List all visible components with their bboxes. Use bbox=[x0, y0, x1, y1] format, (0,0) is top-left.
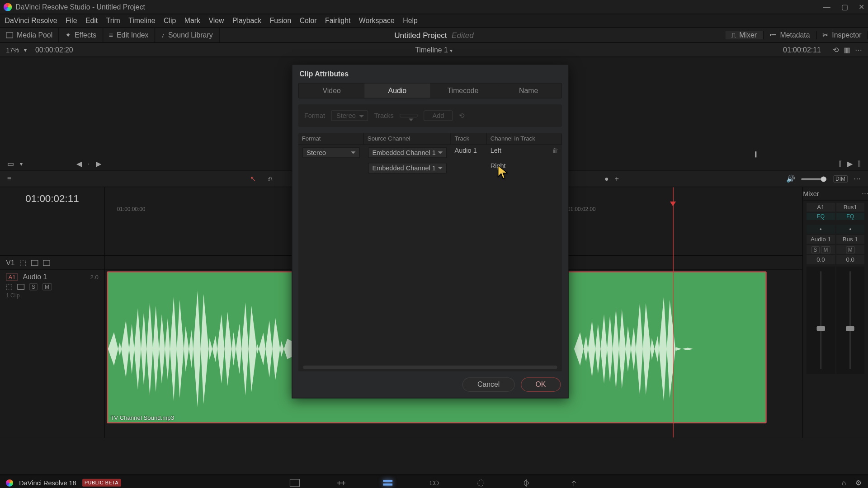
lock-icon[interactable]: ⬚ bbox=[6, 282, 13, 291]
options-icon[interactable]: ⋯ bbox=[854, 175, 861, 183]
menu-item[interactable]: Help bbox=[403, 17, 418, 25]
view-mode-icon[interactable]: ▭ bbox=[7, 160, 14, 168]
layout-icon[interactable]: ▥ bbox=[844, 46, 850, 54]
chevron-down-icon[interactable]: ▾ bbox=[24, 47, 27, 53]
menu-item[interactable]: View bbox=[208, 17, 224, 25]
chevron-down-icon[interactable]: ▾ bbox=[20, 161, 23, 167]
playhead[interactable] bbox=[673, 187, 674, 437]
tab-video[interactable]: Video bbox=[299, 84, 364, 98]
speaker-icon[interactable]: 🔊 bbox=[786, 175, 795, 183]
zoom-dot-icon[interactable]: ● bbox=[604, 175, 609, 183]
edit-index-icon: ≡ bbox=[109, 31, 113, 39]
mute-button[interactable]: M bbox=[42, 283, 52, 291]
mixer-panel: Mixer⋯ A1Bus1 EQEQ •• Audio 1Bus 1 S M M… bbox=[802, 187, 868, 437]
arrow-tool-icon[interactable]: ↖ bbox=[250, 175, 256, 183]
mark-in-icon[interactable]: ⟦ bbox=[839, 160, 842, 168]
zoom-level[interactable]: 17% bbox=[6, 46, 19, 53]
deliver-page-icon[interactable] bbox=[568, 479, 579, 487]
fusion-page-icon[interactable] bbox=[429, 479, 439, 487]
ok-button[interactable]: OK bbox=[521, 377, 561, 392]
home-icon[interactable]: ⌂ bbox=[842, 479, 846, 487]
timeline-name[interactable]: Timeline 1 bbox=[415, 46, 448, 54]
chevron-down-icon[interactable]: ▾ bbox=[450, 47, 453, 53]
app-logo-icon bbox=[6, 479, 13, 486]
media-page-icon[interactable] bbox=[289, 479, 300, 487]
menu-item[interactable]: File bbox=[66, 17, 77, 25]
format-select[interactable]: Stereo bbox=[331, 110, 368, 121]
blade-tool-icon[interactable]: ⎌ bbox=[268, 175, 272, 183]
volume-slider[interactable] bbox=[801, 178, 827, 180]
tracks-input[interactable] bbox=[400, 114, 418, 117]
scrub-marker[interactable] bbox=[755, 151, 756, 157]
edit-page-icon[interactable] bbox=[382, 479, 393, 487]
svg-point-5 bbox=[434, 481, 438, 485]
menu-item[interactable]: Timeline bbox=[128, 17, 155, 25]
track-icon[interactable] bbox=[31, 260, 38, 266]
play-icon[interactable]: ▶ bbox=[847, 160, 853, 168]
lock-icon[interactable]: ⬚ bbox=[19, 258, 26, 267]
menu-item[interactable]: Clip bbox=[164, 17, 176, 25]
page-nav: DaVinci Resolve 18 PUBLIC BETA ⌂ ⚙ bbox=[0, 474, 868, 488]
audio-track-header[interactable]: A1 Audio 1 2.0 ⬚ S M 1 Clip bbox=[0, 269, 104, 298]
trash-icon[interactable]: 🗑 bbox=[552, 147, 559, 159]
dot-icon: · bbox=[88, 160, 90, 168]
tab-timecode[interactable]: Timecode bbox=[430, 84, 495, 98]
dialog-tabs: Video Audio Timecode Name bbox=[298, 83, 562, 98]
track-icon[interactable] bbox=[17, 284, 24, 290]
color-page-icon[interactable] bbox=[475, 479, 486, 487]
index-icon[interactable]: ≡ bbox=[7, 175, 11, 183]
toolbar: Media Pool ✦Effects ≡Edit Index ♪Sound L… bbox=[0, 28, 868, 43]
source-dropdown[interactable]: Embedded Channel 1 bbox=[368, 163, 447, 174]
cut-page-icon[interactable] bbox=[335, 479, 346, 487]
fairlight-page-icon[interactable] bbox=[522, 479, 533, 487]
track-icon[interactable] bbox=[43, 260, 50, 266]
zoom-plus-icon[interactable]: + bbox=[615, 175, 619, 183]
beta-badge: PUBLIC BETA bbox=[82, 479, 121, 487]
fader[interactable] bbox=[836, 267, 864, 374]
format-dropdown[interactable]: Stereo bbox=[302, 147, 360, 158]
tab-audio[interactable]: Audio bbox=[364, 84, 430, 98]
prev-clip-icon[interactable]: ◀ bbox=[76, 160, 82, 168]
add-button[interactable]: Add bbox=[424, 110, 453, 121]
toolbar-effects[interactable]: ✦Effects bbox=[59, 28, 103, 42]
fader[interactable] bbox=[807, 267, 835, 374]
toolbar-metadata[interactable]: ≔Metadata bbox=[764, 31, 817, 39]
toolbar-media-pool[interactable]: Media Pool bbox=[0, 28, 59, 42]
ruler-tick: 01:00:02:00 bbox=[567, 206, 596, 212]
right-timecode: 01:00:02:11 bbox=[783, 46, 821, 54]
menu-item[interactable]: Color bbox=[300, 17, 317, 25]
menu-item[interactable]: Fairlight bbox=[325, 17, 350, 25]
menu-item[interactable]: Playback bbox=[232, 17, 261, 25]
loop-icon[interactable]: ⟲ bbox=[833, 46, 839, 54]
video-track-header[interactable]: V1 ⬚ bbox=[0, 255, 104, 270]
toolbar-sound-library[interactable]: ♪Sound Library bbox=[155, 28, 219, 42]
mark-out-icon[interactable]: ⟧ bbox=[857, 160, 861, 168]
tab-name[interactable]: Name bbox=[496, 84, 561, 98]
dim-button[interactable]: DIM bbox=[833, 175, 848, 183]
menu-item[interactable]: Trim bbox=[106, 17, 120, 25]
settings-icon[interactable]: ⚙ bbox=[855, 479, 862, 487]
menu-item[interactable]: DaVinci Resolve bbox=[5, 17, 57, 25]
scrollbar[interactable] bbox=[303, 366, 557, 369]
menu-item[interactable]: Workspace bbox=[359, 17, 395, 25]
options-icon[interactable]: ⋯ bbox=[855, 46, 862, 54]
options-icon[interactable]: ⋯ bbox=[862, 190, 868, 197]
menu-item[interactable]: Mark bbox=[184, 17, 200, 25]
reset-icon[interactable]: ⟲ bbox=[459, 112, 464, 119]
metadata-icon: ≔ bbox=[769, 31, 777, 39]
toolbar-mixer[interactable]: ⎍Mixer bbox=[726, 31, 764, 39]
menu-item[interactable]: Edit bbox=[85, 17, 98, 25]
cancel-button[interactable]: Cancel bbox=[462, 377, 514, 392]
minimize-icon[interactable]: — bbox=[823, 3, 830, 11]
svg-rect-3 bbox=[383, 483, 392, 485]
source-dropdown[interactable]: Embedded Channel 1 bbox=[368, 147, 447, 158]
next-clip-icon[interactable]: ▶ bbox=[96, 160, 101, 168]
maximize-icon[interactable]: ▢ bbox=[841, 3, 848, 11]
close-icon[interactable]: ✕ bbox=[859, 3, 864, 11]
ruler-tick: 01:00:00:00 bbox=[117, 206, 146, 212]
menu-item[interactable]: Fusion bbox=[270, 17, 292, 25]
toolbar-inspector[interactable]: ✂Inspector bbox=[816, 31, 868, 39]
solo-button[interactable]: S bbox=[29, 283, 38, 291]
left-timecode: 00:00:02:20 bbox=[35, 46, 73, 54]
toolbar-edit-index[interactable]: ≡Edit Index bbox=[103, 28, 155, 42]
